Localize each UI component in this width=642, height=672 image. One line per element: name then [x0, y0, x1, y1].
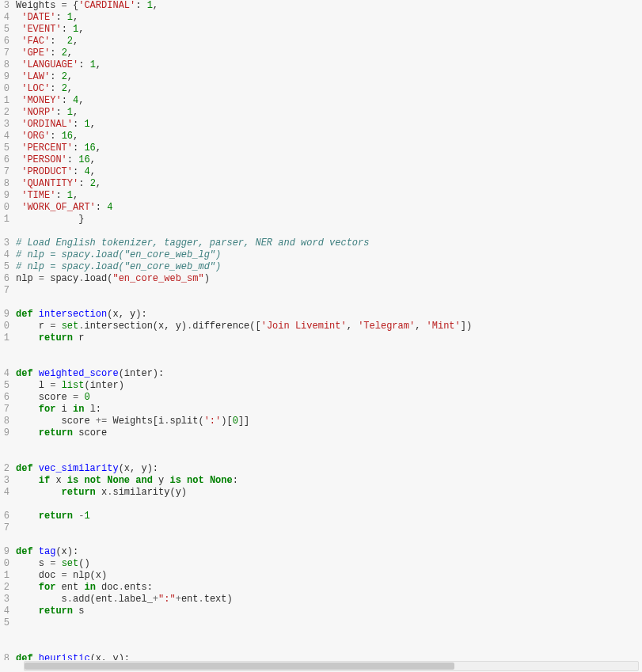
code-line[interactable]: return r	[16, 332, 642, 344]
line-number: 9	[0, 190, 11, 202]
code-line[interactable]	[16, 522, 642, 534]
line-number	[0, 344, 11, 356]
code-line[interactable]: 'TIME': 1,	[16, 190, 642, 202]
code-line[interactable]: 'FAC': 2,	[16, 36, 642, 47]
line-number: 4	[0, 606, 11, 617]
code-line[interactable]: score += Weights[i.split(':')[0]]	[16, 416, 642, 427]
line-number: 8	[0, 416, 11, 427]
line-number: 3	[0, 237, 11, 249]
line-number	[0, 629, 11, 641]
line-number: 6	[0, 36, 11, 47]
code-line[interactable]: l = list(inter)	[16, 380, 642, 392]
horizontal-scrollbar[interactable]	[24, 661, 639, 671]
code-line[interactable]: # nlp = spacy.load("en_core_web_lg")	[16, 249, 642, 261]
code-line[interactable]: 'EVENT': 1,	[16, 24, 642, 36]
line-number	[0, 641, 11, 653]
code-line[interactable]	[16, 344, 642, 356]
code-line[interactable]: 'WORK_OF_ART': 4	[16, 202, 642, 214]
code-line[interactable]: 'PERCENT': 16,	[16, 142, 642, 154]
code-line[interactable]: 'DATE': 1,	[16, 12, 642, 24]
line-number: 6	[0, 273, 11, 285]
line-number: 7	[0, 47, 11, 59]
code-line[interactable]: 'LOC': 2,	[16, 83, 642, 95]
code-line[interactable]: s = set()	[16, 558, 642, 570]
code-area[interactable]: Weights = {'CARDINAL': 1, 'DATE': 1, 'EV…	[13, 0, 642, 660]
line-number: 7	[0, 522, 11, 534]
line-number: 6	[0, 392, 11, 404]
code-line[interactable]: 'LAW': 2,	[16, 71, 642, 83]
code-line[interactable]: 'QUANTITY': 2,	[16, 178, 642, 190]
line-number: 0	[0, 321, 11, 332]
line-number: 9	[0, 71, 11, 83]
code-line[interactable]: def heuristic(x, y):	[16, 653, 642, 660]
line-number	[0, 451, 11, 463]
code-line[interactable]: 'MONEY': 4,	[16, 95, 642, 107]
line-number: 3	[0, 0, 11, 12]
code-line[interactable]	[16, 226, 642, 237]
line-number: 5	[0, 24, 11, 36]
code-line[interactable]: for i in l:	[16, 404, 642, 416]
code-line[interactable]: if x is not None and y is not None:	[16, 475, 642, 487]
line-number: 5	[0, 142, 11, 154]
code-line[interactable]: }	[16, 214, 642, 226]
code-line[interactable]	[16, 629, 642, 641]
code-line[interactable]: 'ORDINAL': 1,	[16, 119, 642, 131]
code-line[interactable]: 'PERSON': 16,	[16, 154, 642, 166]
line-number: 4	[0, 12, 11, 24]
line-number: 6	[0, 511, 11, 522]
horizontal-scrollbar-thumb[interactable]	[25, 663, 454, 670]
code-line[interactable]: nlp = spacy.load("en_core_web_sm")	[16, 273, 642, 285]
line-number: 2	[0, 463, 11, 475]
code-line[interactable]	[16, 356, 642, 368]
line-number: 0	[0, 83, 11, 95]
code-line[interactable]	[16, 451, 642, 463]
code-line[interactable]	[16, 285, 642, 297]
code-line[interactable]	[16, 641, 642, 653]
code-line[interactable]: def tag(x):	[16, 546, 642, 558]
line-number: 7	[0, 285, 11, 297]
line-number: 1	[0, 95, 11, 107]
line-number: 9	[0, 546, 11, 558]
code-line[interactable]: return x.similarity(y)	[16, 487, 642, 499]
code-line[interactable]	[16, 297, 642, 309]
line-number: 4	[0, 487, 11, 499]
code-line[interactable]: Weights = {'CARDINAL': 1,	[16, 0, 642, 12]
code-line[interactable]: s.add(ent.label_+":"+ent.text)	[16, 594, 642, 606]
code-line[interactable]: def vec_similarity(x, y):	[16, 463, 642, 475]
code-line[interactable]: 'GPE': 2,	[16, 47, 642, 59]
code-line[interactable]: 'LANGUAGE': 1,	[16, 59, 642, 71]
line-number: 9	[0, 309, 11, 321]
line-number: 1	[0, 570, 11, 582]
line-number	[0, 534, 11, 546]
line-number	[0, 439, 11, 451]
code-line[interactable]: def intersection(x, y):	[16, 309, 642, 321]
code-line[interactable]	[16, 439, 642, 451]
line-number: 4	[0, 131, 11, 142]
line-number: 2	[0, 107, 11, 119]
code-line[interactable]: def weighted_score(inter):	[16, 368, 642, 380]
line-number: 0	[0, 202, 11, 214]
code-line[interactable]: doc = nlp(x)	[16, 570, 642, 582]
line-number: 3	[0, 594, 11, 606]
line-number: 1	[0, 214, 11, 226]
code-line[interactable]: 'PRODUCT': 4,	[16, 166, 642, 178]
line-number: 4	[0, 249, 11, 261]
code-editor[interactable]: 3456789012345678901 34567 901 456789 234…	[0, 0, 642, 660]
code-line[interactable]	[16, 617, 642, 629]
code-line[interactable]: # Load English tokenizer, tagger, parser…	[16, 237, 642, 249]
line-number: 8	[0, 178, 11, 190]
code-line[interactable]: # nlp = spacy.load("en_core_web_md")	[16, 261, 642, 273]
code-line[interactable]: r = set.intersection(x, y).difference(['…	[16, 321, 642, 332]
code-line[interactable]: return score	[16, 427, 642, 439]
code-line[interactable]: return -1	[16, 511, 642, 522]
line-number: 0	[0, 558, 11, 570]
line-number: 7	[0, 166, 11, 178]
code-line[interactable]: score = 0	[16, 392, 642, 404]
code-line[interactable]: return s	[16, 606, 642, 617]
code-line[interactable]: 'ORG': 16,	[16, 131, 642, 142]
line-number-gutter: 3456789012345678901 34567 901 456789 234…	[0, 0, 13, 660]
code-line[interactable]	[16, 534, 642, 546]
code-line[interactable]: for ent in doc.ents:	[16, 582, 642, 594]
code-line[interactable]: 'NORP': 1,	[16, 107, 642, 119]
code-line[interactable]	[16, 499, 642, 511]
